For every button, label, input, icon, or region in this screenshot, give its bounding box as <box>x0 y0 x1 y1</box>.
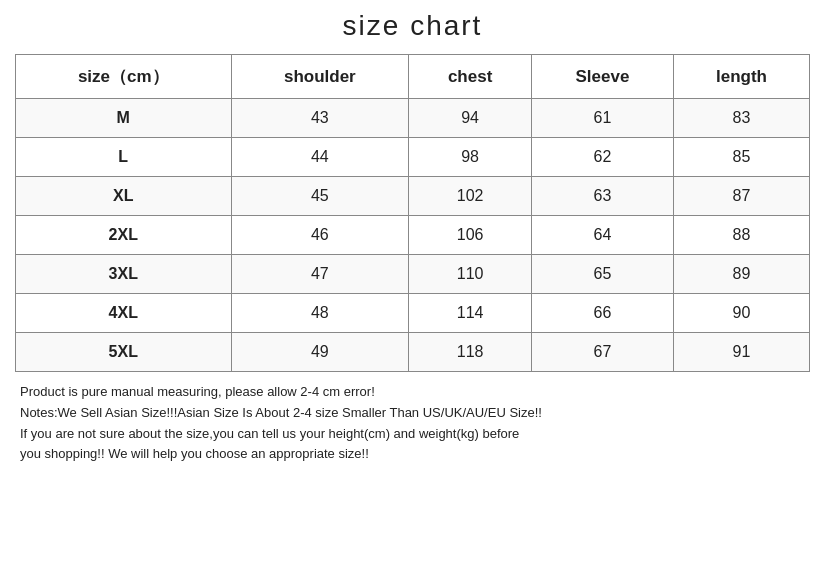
cell-sleeve: 61 <box>532 99 674 138</box>
cell-size: L <box>16 138 232 177</box>
table-row: 3XL471106589 <box>16 255 810 294</box>
col-header-size: size（cm） <box>16 55 232 99</box>
cell-size: 2XL <box>16 216 232 255</box>
table-row: L44986285 <box>16 138 810 177</box>
cell-length: 83 <box>673 99 809 138</box>
cell-size: 4XL <box>16 294 232 333</box>
cell-sleeve: 64 <box>532 216 674 255</box>
cell-shoulder: 44 <box>231 138 409 177</box>
cell-length: 85 <box>673 138 809 177</box>
table-row: 4XL481146690 <box>16 294 810 333</box>
col-header-length: length <box>673 55 809 99</box>
cell-length: 90 <box>673 294 809 333</box>
cell-shoulder: 49 <box>231 333 409 372</box>
cell-chest: 94 <box>409 99 532 138</box>
table-row: M43946183 <box>16 99 810 138</box>
notes-section: Product is pure manual measuring, please… <box>15 382 810 465</box>
cell-sleeve: 63 <box>532 177 674 216</box>
cell-sleeve: 67 <box>532 333 674 372</box>
cell-length: 91 <box>673 333 809 372</box>
cell-size: 5XL <box>16 333 232 372</box>
cell-size: XL <box>16 177 232 216</box>
cell-chest: 102 <box>409 177 532 216</box>
table-row: 2XL461066488 <box>16 216 810 255</box>
cell-length: 89 <box>673 255 809 294</box>
cell-chest: 118 <box>409 333 532 372</box>
notes-line1: Product is pure manual measuring, please… <box>20 382 805 403</box>
cell-sleeve: 65 <box>532 255 674 294</box>
cell-length: 88 <box>673 216 809 255</box>
cell-chest: 110 <box>409 255 532 294</box>
cell-shoulder: 45 <box>231 177 409 216</box>
notes-line3: If you are not sure about the size,you c… <box>20 424 805 445</box>
cell-chest: 98 <box>409 138 532 177</box>
cell-shoulder: 43 <box>231 99 409 138</box>
cell-size: M <box>16 99 232 138</box>
cell-sleeve: 62 <box>532 138 674 177</box>
table-header-row: size（cm） shoulder chest Sleeve length <box>16 55 810 99</box>
col-header-chest: chest <box>409 55 532 99</box>
notes-line2: Notes:We Sell Asian Size!!!Asian Size Is… <box>20 403 805 424</box>
size-chart-table: size（cm） shoulder chest Sleeve length M4… <box>15 54 810 372</box>
cell-shoulder: 46 <box>231 216 409 255</box>
col-header-shoulder: shoulder <box>231 55 409 99</box>
cell-shoulder: 47 <box>231 255 409 294</box>
cell-shoulder: 48 <box>231 294 409 333</box>
cell-chest: 106 <box>409 216 532 255</box>
page-title: size chart <box>343 10 483 42</box>
cell-length: 87 <box>673 177 809 216</box>
cell-chest: 114 <box>409 294 532 333</box>
col-header-sleeve: Sleeve <box>532 55 674 99</box>
cell-sleeve: 66 <box>532 294 674 333</box>
cell-size: 3XL <box>16 255 232 294</box>
table-row: 5XL491186791 <box>16 333 810 372</box>
table-row: XL451026387 <box>16 177 810 216</box>
notes-line4: you shopping!! We will help you choose a… <box>20 444 805 465</box>
